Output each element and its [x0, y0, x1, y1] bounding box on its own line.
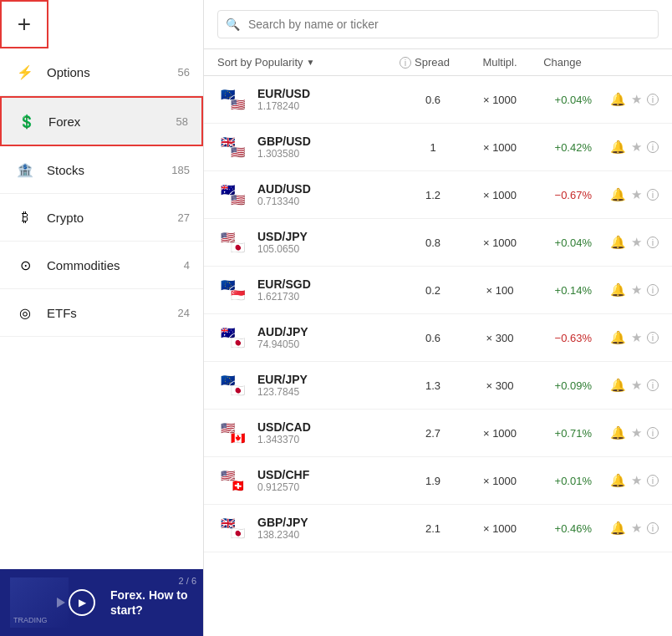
search-icon: 🔍 [226, 18, 240, 31]
bell-icon[interactable]: 🔔 [610, 521, 626, 536]
video-thumbnail: TRADING [10, 577, 69, 628]
star-icon[interactable]: ★ [631, 140, 642, 155]
table-row[interactable]: 🇦🇺 🇺🇸 AUD/USD 0.713340 1.2 × 1000 −0.67%… [204, 171, 672, 219]
add-button[interactable]: + [0, 0, 48, 48]
row-actions: 🔔 ★ i [592, 187, 659, 202]
star-icon[interactable]: ★ [631, 330, 642, 345]
nav-count-commodities: 4 [184, 259, 190, 272]
instrument-info: USD/CAD 1.343370 [257, 420, 400, 445]
table-row[interactable]: 🇪🇺 🇺🇸 EUR/USD 1.178240 0.6 × 1000 +0.04%… [204, 76, 672, 124]
play-button[interactable]: ▶ [69, 589, 95, 616]
instrument-flags: 🇺🇸 🇯🇵 [217, 227, 247, 257]
sidebar-item-etfs[interactable]: ◎ ETFs 24 [0, 289, 203, 337]
sidebar-item-stocks[interactable]: 🏦 Stocks 185 [0, 146, 203, 194]
instrument-info: AUD/JPY 74.94050 [257, 325, 400, 350]
table-row[interactable]: 🇺🇸 🇨🇭 USD/CHF 0.912570 1.9 × 1000 +0.01%… [204, 457, 672, 505]
instrument-multipl: × 1000 [466, 475, 533, 487]
table-row[interactable]: 🇪🇺 🇯🇵 EUR/JPY 123.7845 1.3 × 300 +0.09% … [204, 362, 672, 410]
info-icon[interactable]: i [647, 332, 659, 343]
bell-icon[interactable]: 🔔 [610, 282, 626, 298]
star-icon[interactable]: ★ [631, 92, 642, 107]
table-row[interactable]: 🇺🇸 🇯🇵 USD/JPY 105.0650 0.8 × 1000 +0.04%… [204, 219, 672, 267]
instrument-price: 138.2340 [257, 529, 400, 541]
instruments-list: 🇪🇺 🇺🇸 EUR/USD 1.178240 0.6 × 1000 +0.04%… [204, 76, 672, 636]
row-actions: 🔔 ★ i [592, 425, 659, 440]
info-icon[interactable]: i [647, 189, 659, 201]
table-row[interactable]: 🇺🇸 🇨🇦 USD/CAD 1.343370 2.7 × 1000 +0.71%… [204, 410, 672, 457]
instrument-multipl: × 1000 [466, 94, 533, 106]
star-icon[interactable]: ★ [631, 187, 642, 202]
info-icon[interactable]: i [647, 379, 659, 391]
instrument-info: GBP/USD 1.303580 [257, 135, 400, 160]
bell-icon[interactable]: 🔔 [610, 330, 626, 345]
info-icon[interactable]: i [647, 284, 659, 296]
instrument-name: USD/CAD [257, 420, 400, 434]
bell-icon[interactable]: 🔔 [610, 473, 626, 488]
instrument-flags: 🇺🇸 🇨🇭 [217, 466, 247, 496]
instrument-change: −0.67% [533, 189, 592, 201]
sort-label: Sort by Popularity [217, 56, 303, 69]
instrument-info: EUR/JPY 123.7845 [257, 373, 400, 398]
sidebar-item-crypto[interactable]: ₿ Crypto 27 [0, 194, 203, 242]
video-number: 2 / 6 [179, 576, 196, 586]
spread-info-icon[interactable]: i [400, 57, 411, 69]
instrument-flags: 🇺🇸 🇨🇦 [217, 418, 247, 448]
table-row[interactable]: 🇪🇺 🇸🇬 EUR/SGD 1.621730 0.2 × 100 +0.14% … [204, 267, 672, 314]
table-row[interactable]: 🇬🇧 🇯🇵 GBP/JPY 138.2340 2.1 × 1000 +0.46%… [204, 505, 672, 552]
nav-label-stocks: Stocks [47, 163, 168, 177]
col-change-header: Change [533, 56, 592, 69]
instrument-name: AUD/USD [257, 182, 400, 196]
video-banner[interactable]: TRADING ▶ Forex. How to start? 2 / 6 [0, 569, 203, 636]
bell-icon[interactable]: 🔔 [610, 378, 626, 393]
instrument-change: +0.09% [533, 379, 592, 392]
instrument-change: +0.04% [533, 94, 592, 106]
star-icon[interactable]: ★ [631, 378, 642, 393]
instrument-change: +0.46% [533, 522, 592, 535]
flag-secondary: 🇸🇬 [227, 285, 247, 305]
instrument-info: AUD/USD 0.713340 [257, 182, 400, 207]
bell-icon[interactable]: 🔔 [610, 92, 626, 107]
star-icon[interactable]: ★ [631, 473, 642, 488]
instrument-multipl: × 1000 [466, 141, 533, 154]
nav-icon-stocks: 🏦 [13, 158, 37, 181]
star-icon[interactable]: ★ [631, 425, 642, 440]
sidebar-item-forex[interactable]: 💲 Forex 58 [0, 96, 203, 146]
info-icon[interactable]: i [647, 141, 659, 153]
bell-icon[interactable]: 🔔 [610, 425, 626, 440]
sort-button[interactable]: Sort by Popularity ▼ [217, 56, 400, 69]
star-icon[interactable]: ★ [631, 521, 642, 536]
nav-count-stocks: 185 [171, 164, 190, 176]
instrument-spread: 1.2 [400, 189, 466, 201]
search-bar: 🔍 [204, 0, 672, 49]
main-content: 🔍 Sort by Popularity ▼ i Spread Multipl.… [204, 0, 672, 636]
flag-secondary: 🇺🇸 [227, 94, 247, 114]
instrument-price: 1.178240 [257, 100, 400, 112]
flag-secondary: 🇯🇵 [227, 333, 247, 353]
nav-label-options: Options [47, 65, 175, 79]
nav-icon-etfs: ◎ [13, 301, 37, 324]
info-icon[interactable]: i [647, 94, 659, 105]
search-input[interactable] [217, 10, 659, 38]
search-wrap: 🔍 [217, 10, 659, 38]
star-icon[interactable]: ★ [631, 282, 642, 298]
instrument-change: +0.04% [533, 237, 592, 249]
bell-icon[interactable]: 🔔 [610, 187, 626, 202]
info-icon[interactable]: i [647, 475, 659, 486]
info-icon[interactable]: i [647, 237, 659, 248]
bell-icon[interactable]: 🔔 [610, 140, 626, 155]
instrument-name: GBP/JPY [257, 516, 400, 529]
nav-label-crypto: Crypto [47, 211, 175, 225]
instrument-spread: 1.9 [400, 475, 466, 487]
info-icon[interactable]: i [647, 427, 659, 439]
row-actions: 🔔 ★ i [592, 521, 659, 536]
table-row[interactable]: 🇬🇧 🇺🇸 GBP/USD 1.303580 1 × 1000 +0.42% 🔔… [204, 124, 672, 171]
table-row[interactable]: 🇦🇺 🇯🇵 AUD/JPY 74.94050 0.6 × 300 −0.63% … [204, 314, 672, 362]
bell-icon[interactable]: 🔔 [610, 235, 626, 250]
sidebar-item-options[interactable]: ⚡ Options 56 [0, 48, 203, 96]
info-icon[interactable]: i [647, 522, 659, 534]
instrument-name: USD/JPY [257, 230, 400, 243]
star-icon[interactable]: ★ [631, 235, 642, 250]
instrument-price: 0.912570 [257, 481, 400, 493]
instrument-change: −0.63% [533, 332, 592, 344]
sidebar-item-commodities[interactable]: ⊙ Commodities 4 [0, 242, 203, 289]
